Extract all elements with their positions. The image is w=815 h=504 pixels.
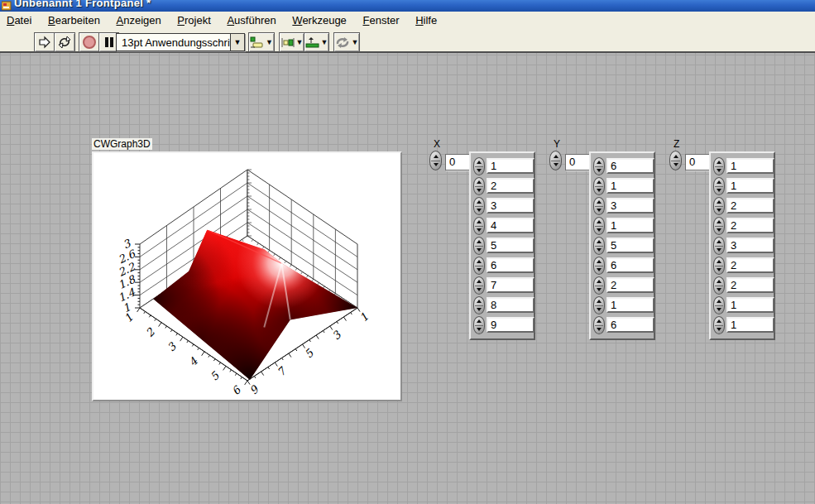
spinner-down-icon[interactable]	[717, 308, 722, 311]
array-element-value-field[interactable]: 1	[606, 218, 654, 233]
distribute-objects-button[interactable]: ▼	[279, 32, 304, 52]
spinner-down-icon[interactable]	[597, 209, 602, 212]
spinner-up-icon[interactable]	[477, 200, 482, 204]
spinner-down-icon[interactable]	[477, 209, 482, 212]
abort-button[interactable]	[79, 32, 100, 52]
spinner-down-icon[interactable]	[597, 189, 602, 192]
font-selector[interactable]: 13pt Anwendungsschriftart ▼	[116, 33, 245, 51]
array-element-value-field[interactable]: 1	[606, 297, 654, 313]
element-spinner[interactable]	[473, 157, 485, 175]
array-element-value-field[interactable]: 2	[606, 277, 654, 293]
element-spinner[interactable]	[593, 237, 605, 255]
array-element-value-field[interactable]: 6	[606, 317, 654, 333]
spinner-down-icon[interactable]	[597, 169, 602, 172]
spinner-down-icon[interactable]	[717, 268, 722, 271]
dropdown-arrow-icon[interactable]: ▼	[230, 34, 244, 50]
element-spinner[interactable]	[593, 157, 605, 175]
spinner-up-icon[interactable]	[717, 300, 722, 303]
spinner-up-icon[interactable]	[717, 200, 722, 204]
spinner-down-icon[interactable]	[717, 209, 722, 212]
element-spinner[interactable]	[713, 217, 725, 235]
spinner-up-icon[interactable]	[477, 300, 482, 303]
align-objects-button[interactable]: ▼	[248, 32, 275, 52]
menu-werkzeuge[interactable]: Werkzeuge	[285, 12, 353, 30]
spinner-down-icon[interactable]	[597, 268, 602, 271]
spinner-down-icon[interactable]	[597, 328, 602, 331]
array-element-value-field[interactable]: 1	[726, 297, 774, 313]
titlebar[interactable]: Unbenannt 1 Frontpanel *	[0, 0, 815, 12]
run-button[interactable]	[34, 32, 55, 52]
spinner-up-icon[interactable]	[597, 319, 602, 323]
spinner-down-icon[interactable]	[477, 288, 482, 291]
spinner-down-icon[interactable]	[597, 308, 602, 311]
spinner-down-icon[interactable]	[597, 228, 602, 232]
spinner-up-icon[interactable]	[597, 300, 602, 303]
spinner-down-icon[interactable]	[554, 163, 559, 166]
array-element-value-field[interactable]: 2	[726, 218, 774, 233]
element-spinner[interactable]	[713, 177, 725, 195]
spinner-up-icon[interactable]	[717, 280, 722, 283]
element-spinner[interactable]	[593, 316, 605, 334]
reorder-button[interactable]: ▼	[333, 32, 360, 52]
spinner-down-icon[interactable]	[434, 163, 439, 166]
spinner-up-icon[interactable]	[597, 280, 602, 283]
element-spinner[interactable]	[473, 177, 485, 195]
array-element-value-field[interactable]: 1	[726, 317, 774, 333]
spinner-up-icon[interactable]	[597, 240, 602, 243]
y-index-spinner[interactable]	[549, 151, 562, 170]
3d-graph[interactable]: 1234561357911.41.82.22.63	[92, 151, 402, 401]
array-element-value-field[interactable]: 1	[726, 158, 774, 174]
array-element-value-field[interactable]: 9	[487, 317, 535, 333]
spinner-up-icon[interactable]	[717, 161, 722, 164]
menu-anzeigen[interactable]: Anzeigen	[110, 12, 168, 30]
array-element-value-field[interactable]: 1	[487, 158, 535, 174]
spinner-down-icon[interactable]	[717, 169, 722, 172]
array-element-value-field[interactable]: 5	[487, 238, 535, 253]
spinner-up-icon[interactable]	[717, 260, 722, 263]
element-spinner[interactable]	[713, 316, 725, 334]
menu-datei[interactable]: Datei	[0, 12, 38, 30]
spinner-up-icon[interactable]	[434, 155, 439, 158]
array-element-value-field[interactable]: 6	[487, 257, 535, 273]
spinner-down-icon[interactable]	[597, 248, 602, 252]
spinner-up-icon[interactable]	[554, 155, 559, 158]
spinner-down-icon[interactable]	[717, 328, 722, 331]
element-spinner[interactable]	[473, 257, 485, 275]
spinner-down-icon[interactable]	[717, 288, 722, 291]
x-index-spinner[interactable]	[429, 151, 442, 170]
element-spinner[interactable]	[713, 157, 725, 175]
z-index-spinner[interactable]	[669, 151, 682, 170]
array-element-value-field[interactable]: 8	[487, 297, 535, 313]
element-spinner[interactable]	[473, 276, 485, 295]
array-element-value-field[interactable]: 6	[606, 158, 654, 174]
array-element-value-field[interactable]: 2	[726, 198, 774, 214]
element-spinner[interactable]	[473, 316, 485, 334]
array-element-value-field[interactable]: 3	[606, 198, 654, 214]
element-spinner[interactable]	[473, 296, 485, 314]
element-spinner[interactable]	[593, 257, 605, 275]
spinner-down-icon[interactable]	[717, 228, 722, 232]
spinner-up-icon[interactable]	[477, 220, 482, 223]
element-spinner[interactable]	[473, 217, 485, 235]
spinner-up-icon[interactable]	[717, 319, 722, 323]
array-element-value-field[interactable]: 1	[606, 178, 654, 194]
spinner-up-icon[interactable]	[477, 319, 482, 323]
run-continuously-button[interactable]	[54, 32, 75, 52]
element-spinner[interactable]	[593, 177, 605, 195]
array-element-value-field[interactable]: 2	[726, 277, 774, 293]
spinner-up-icon[interactable]	[717, 240, 722, 243]
spinner-up-icon[interactable]	[717, 180, 722, 184]
array-element-value-field[interactable]: 6	[606, 257, 654, 273]
spinner-down-icon[interactable]	[477, 328, 482, 331]
spinner-down-icon[interactable]	[477, 308, 482, 311]
array-element-value-field[interactable]: 4	[487, 218, 535, 233]
spinner-up-icon[interactable]	[674, 155, 678, 158]
spinner-down-icon[interactable]	[597, 288, 602, 291]
spinner-down-icon[interactable]	[477, 189, 482, 192]
array-element-value-field[interactable]: 3	[726, 238, 774, 253]
front-panel[interactable]: CWGraph3D 1234561357911.41.82.22.63 X 0 …	[0, 53, 815, 504]
spinner-down-icon[interactable]	[477, 248, 482, 252]
element-spinner[interactable]	[473, 197, 485, 215]
element-spinner[interactable]	[593, 197, 605, 215]
spinner-up-icon[interactable]	[477, 280, 482, 283]
